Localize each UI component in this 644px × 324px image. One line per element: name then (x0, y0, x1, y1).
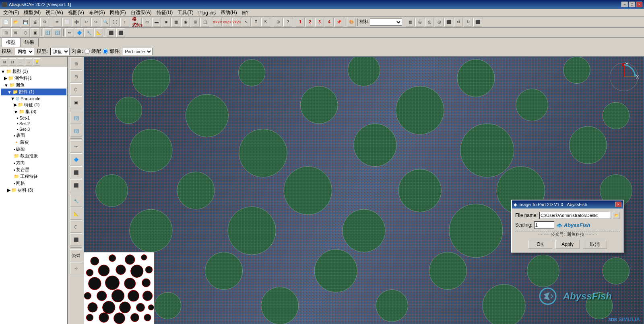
cancel-button[interactable]: 取消 (583, 240, 607, 249)
mesh-btn5[interactable]: 🔢 (43, 28, 52, 37)
tree-composite[interactable]: ▪ 复合层 (1, 166, 66, 173)
axis2[interactable]: X×Z× (223, 18, 231, 27)
mesh-btn3[interactable]: ⬡ (21, 28, 30, 37)
assembly-radio[interactable] (85, 49, 90, 54)
mesh-btn8[interactable]: 🔷 (75, 28, 84, 37)
apply-button[interactable]: Apply (555, 240, 580, 249)
rotate3[interactable]: ↻ (464, 18, 473, 27)
mesh-btn9[interactable]: 🔧 (85, 28, 93, 37)
scaling-input[interactable] (534, 221, 554, 229)
fit-button[interactable]: ⛶ (111, 18, 120, 27)
num4[interactable]: 4 (325, 18, 334, 27)
ok-button[interactable]: OK (528, 240, 552, 249)
mesh-btn2[interactable]: ⊠ (11, 28, 20, 37)
rt-btn12[interactable]: 📐 (70, 208, 82, 220)
rt-btn1[interactable]: ⊞ (70, 58, 82, 70)
tree-features[interactable]: ▶ 📁 特征 (1) (1, 101, 66, 108)
undo-button[interactable]: ↩ (82, 18, 91, 27)
menu-feature[interactable]: 特征(U) (154, 8, 175, 17)
format-btn[interactable]: 格式%s (133, 18, 142, 27)
dialog-image-to-part[interactable]: ◆ Image To Part 2D V1.0 - AbyssFish × Fi… (511, 200, 624, 253)
tree-sets[interactable]: ▼ 📁 集 (3) (1, 108, 66, 115)
tool7[interactable]: ◫ (200, 18, 209, 27)
material-preview[interactable]: 🎨 (347, 18, 356, 27)
title-bar-controls[interactable]: − □ × (621, 2, 642, 7)
menu-help[interactable]: 帮助(H) (218, 8, 239, 17)
rt-btn4[interactable]: ▣ (70, 96, 82, 108)
rt-btn2[interactable]: ⊟ (70, 70, 82, 83)
tree-yuanyuke[interactable]: ▶ 📁 渊鱼科技 (1, 75, 66, 82)
tool3[interactable]: ■ (162, 18, 171, 27)
num3[interactable]: 3 (315, 18, 324, 27)
view-btn3[interactable]: ◎ (425, 18, 434, 27)
tree-btn4[interactable]: → (25, 58, 32, 66)
settings-button[interactable]: ⚙ (40, 18, 49, 27)
select-tool[interactable]: ⇱ (261, 18, 270, 27)
tree-skin[interactable]: 🔸 蒙皮 (1, 139, 66, 146)
menu-file[interactable]: 文件(F) (1, 8, 21, 17)
query-tool[interactable]: ? (283, 18, 292, 27)
grid-tool[interactable]: ⊞ (274, 18, 283, 27)
num1[interactable]: 1 (296, 18, 305, 27)
menu-viewport[interactable]: 视口(W) (43, 8, 65, 17)
viewport[interactable]: Y Z X Y X (84, 57, 644, 324)
tree-engineering[interactable]: 📁 工程特征 (1, 173, 66, 180)
mesh-btn7[interactable]: ✏ (65, 28, 74, 37)
tree-btn5[interactable]: 💡 (33, 58, 40, 66)
rt-btn16[interactable]: ⊹ (70, 262, 82, 274)
maximize-button[interactable]: □ (629, 2, 635, 7)
file-input[interactable] (539, 212, 611, 219)
tool2[interactable]: ▬ (152, 18, 161, 27)
axis1[interactable]: X×Y× (213, 18, 222, 27)
text-tool[interactable]: T (252, 18, 260, 27)
print-button[interactable]: 🖨 (31, 18, 39, 27)
tree-yuanyu[interactable]: ▼ 📁 渊鱼 (1, 82, 66, 89)
menu-seed[interactable]: 布种(S) (87, 8, 107, 17)
rt-btn15[interactable]: (xyz) (70, 249, 82, 261)
tree-set2[interactable]: ▪ Set-2 (1, 121, 66, 126)
part-button[interactable]: ⬜ (62, 18, 71, 27)
cursor[interactable]: ↖ (242, 18, 251, 27)
rt-btn5[interactable]: 🔢 (70, 112, 82, 124)
tree-part-circle[interactable]: ▼ ◎ Part-circle (1, 95, 66, 101)
pin-tool[interactable]: 📌 (334, 18, 343, 27)
tree-mesh[interactable]: ▪ 网格 (1, 180, 66, 187)
mesh-btn11[interactable]: ⬛ (107, 28, 116, 37)
view-btn5[interactable]: ⬛ (444, 18, 453, 27)
rt-btn6[interactable]: 🔢 (70, 125, 82, 137)
view-btn2[interactable]: ◎ (415, 18, 424, 27)
mesh-btn1[interactable]: ⊞ (2, 28, 10, 37)
rotate-button[interactable]: ↕ (120, 18, 129, 27)
tool5[interactable]: ◉ (181, 18, 190, 27)
tree-set3[interactable]: ▪ Set-3 (1, 126, 66, 132)
tree-orientation[interactable]: ▪ 方向 (1, 159, 66, 166)
menu-mesh[interactable]: 网格(E) (107, 8, 128, 17)
menu-extra[interactable]: ℍ? (239, 9, 251, 17)
rt-btn8[interactable]: 🔷 (70, 153, 82, 165)
sketch-button[interactable]: ✏ (53, 18, 62, 27)
mesh-btn6[interactable]: 🔢 (53, 28, 62, 37)
module-select[interactable]: 网格 (15, 48, 34, 55)
tree-parts[interactable]: ▼ 📁 部件 (1) (1, 89, 66, 95)
tree-btn1[interactable]: ⊞ (1, 58, 8, 66)
tool1[interactable]: ▭ (142, 18, 151, 27)
tree-section[interactable]: 📁 截面指派 (1, 153, 66, 159)
menu-view[interactable]: 视图(V) (66, 8, 87, 17)
tab-result[interactable]: 结果 (20, 38, 39, 47)
model-select[interactable]: 渊鱼 (50, 48, 70, 55)
tree-set1[interactable]: ▪ Set-1 (1, 115, 66, 121)
part-radio[interactable] (103, 49, 108, 54)
minimize-button[interactable]: − (621, 2, 628, 7)
add-button[interactable]: ➕ (72, 18, 81, 27)
file-browse-button[interactable]: 📂 (613, 212, 620, 219)
redo-button[interactable]: ↪ (91, 18, 100, 27)
tree-models[interactable]: ▼ 📁 模型 (3) (1, 68, 66, 75)
rt-btn10[interactable]: ⬛ (70, 179, 82, 191)
zoom-button[interactable]: 🔍 (101, 18, 110, 27)
close-button[interactable]: × (636, 2, 642, 7)
mesh-btn12[interactable]: ⬛ (116, 28, 125, 37)
num2[interactable]: 2 (305, 18, 314, 27)
rt-btn9[interactable]: ⬛ (70, 166, 82, 178)
tree-surface[interactable]: ▪ 表面 (1, 132, 66, 139)
rt-btn14[interactable]: ⬛ (70, 233, 82, 246)
